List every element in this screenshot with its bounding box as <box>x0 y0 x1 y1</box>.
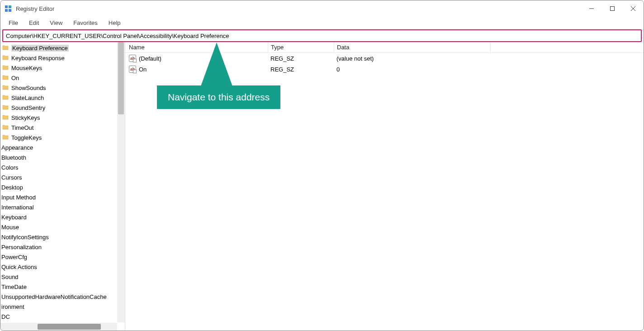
tree-vertical-scrollbar[interactable] <box>117 42 125 322</box>
folder-icon <box>2 65 11 71</box>
tree-item[interactable]: MouseKeys <box>0 63 125 73</box>
tree-item-label: Keyboard <box>1 214 27 221</box>
titlebar: Registry Editor <box>0 0 644 17</box>
tree-item-label: PowerCfg <box>1 254 27 260</box>
tree-item-label: ironment <box>1 303 24 310</box>
tree-item-label: Personalization <box>1 244 42 251</box>
svg-rect-6 <box>611 7 615 11</box>
folder-icon <box>2 75 11 81</box>
tree-item[interactable]: ShowSounds <box>0 83 125 93</box>
window-controls <box>581 0 644 17</box>
regedit-icon <box>4 5 12 13</box>
tree-item[interactable]: Desktop <box>0 182 125 192</box>
tree-item-label: ToggleKeys <box>11 134 42 141</box>
tree-vertical-scrollbar-thumb[interactable] <box>118 42 124 114</box>
menu-help[interactable]: Help <box>103 18 126 28</box>
menu-file[interactable]: File <box>3 18 24 28</box>
tree-item-label: Keyboard Response <box>11 55 65 61</box>
column-spacer <box>490 42 644 52</box>
tree-item-label: Input Method <box>1 194 36 201</box>
tree-item[interactable]: International <box>0 202 125 212</box>
value-name: (Default) <box>139 55 161 62</box>
tree-item[interactable]: NotifyIconSettings <box>0 232 125 242</box>
tree-item[interactable]: DC <box>0 312 125 322</box>
tree-item[interactable]: StickyKeys <box>0 113 125 123</box>
folder-icon <box>2 114 11 121</box>
column-data[interactable]: Data <box>334 42 490 52</box>
tree-item[interactable]: ironment <box>0 302 125 312</box>
menu-view[interactable]: View <box>44 18 68 28</box>
tree-item[interactable]: ToggleKeys <box>0 132 125 142</box>
tree-item-label: SlateLaunch <box>11 95 44 101</box>
callout-text: Navigate to this address <box>168 92 270 102</box>
tree-item[interactable]: PowerCfg <box>0 252 125 262</box>
tree-item[interactable]: Quick Actions <box>0 262 125 272</box>
tree-item[interactable]: Personalization <box>0 242 125 252</box>
tree-item-label: Sound <box>1 274 19 280</box>
tree-horizontal-scrollbar-thumb[interactable] <box>38 324 101 330</box>
tree-item-label: Appearance <box>1 144 33 151</box>
address-text: Computer\HKEY_CURRENT_USER\Control Panel… <box>6 33 229 39</box>
tree-item[interactable]: SoundSentry <box>0 103 125 113</box>
tree-item-label: DC <box>1 313 10 320</box>
callout-box: Navigate to this address <box>157 85 280 109</box>
svg-rect-3 <box>9 9 11 12</box>
tree-item-label: ShowSounds <box>11 85 46 91</box>
tree-item[interactable]: TimeOut <box>0 123 125 132</box>
folder-icon <box>2 95 11 101</box>
tree-item-label: Keyboard Preference <box>11 45 69 52</box>
main-split: Keyboard PreferenceKeyboard ResponseMous… <box>0 42 644 331</box>
tree-item-label: Desktop <box>1 184 23 191</box>
tree-item[interactable]: SlateLaunch <box>0 93 125 103</box>
folder-icon <box>2 124 11 131</box>
tree-item-label: Colors <box>1 164 19 171</box>
tree-item-label: NotifyIconSettings <box>1 234 49 241</box>
close-button[interactable] <box>623 0 644 17</box>
tree-item[interactable]: Appearance <box>0 142 125 152</box>
string-value-icon: ab <box>129 55 136 62</box>
tree-item-label: Quick Actions <box>1 264 37 270</box>
tree-item[interactable]: UnsupportedHardwareNotificationCache <box>0 292 125 302</box>
tree-item-label: On <box>11 75 19 81</box>
svg-rect-0 <box>5 5 8 8</box>
address-bar[interactable]: Computer\HKEY_CURRENT_USER\Control Panel… <box>2 29 642 42</box>
tree-item-label: Cursors <box>1 174 22 181</box>
tree-item[interactable]: On <box>0 73 125 83</box>
menu-favorites[interactable]: Favorites <box>68 18 103 28</box>
tree-horizontal-scrollbar[interactable] <box>0 323 117 331</box>
tree-item-label: Mouse <box>1 224 19 231</box>
value-name: On <box>139 66 147 73</box>
value-data: (value not set) <box>334 55 497 62</box>
menubar: File Edit View Favorites Help <box>0 17 644 29</box>
maximize-button[interactable] <box>602 0 623 17</box>
folder-icon <box>2 45 11 52</box>
menu-edit[interactable]: Edit <box>24 18 44 28</box>
tree-item[interactable]: Keyboard Response <box>0 53 125 63</box>
folder-icon <box>2 104 11 111</box>
window-title: Registry Editor <box>16 5 54 12</box>
svg-marker-9 <box>199 43 235 92</box>
tree-item-label: SoundSentry <box>11 104 45 111</box>
tree-item-label: TimeOut <box>11 124 33 131</box>
minimize-button[interactable] <box>581 0 602 17</box>
folder-icon <box>2 85 11 91</box>
folder-icon <box>2 55 11 61</box>
tree-item[interactable]: Keyboard Preference <box>0 43 125 53</box>
tree-item[interactable]: Input Method <box>0 192 125 202</box>
column-name[interactable]: Name <box>125 44 268 51</box>
tree-item-label: UnsupportedHardwareNotificationCache <box>1 293 107 300</box>
tree-item[interactable]: Cursors <box>0 172 125 182</box>
string-value-icon: ab <box>129 66 136 73</box>
tree-item[interactable]: TimeDate <box>0 282 125 292</box>
value-data: 0 <box>334 66 497 73</box>
folder-icon <box>2 134 11 141</box>
tree-item[interactable]: Colors <box>0 162 125 172</box>
tree-item[interactable]: Bluetooth <box>0 152 125 162</box>
column-type[interactable]: Type <box>268 42 334 52</box>
tree-item-label: StickyKeys <box>11 114 40 121</box>
tree-item[interactable]: Keyboard <box>0 212 125 222</box>
tree-item-label: MouseKeys <box>11 65 42 71</box>
value-type: REG_SZ <box>268 55 334 62</box>
tree-item[interactable]: Sound <box>0 272 125 282</box>
tree-item[interactable]: Mouse <box>0 222 125 232</box>
